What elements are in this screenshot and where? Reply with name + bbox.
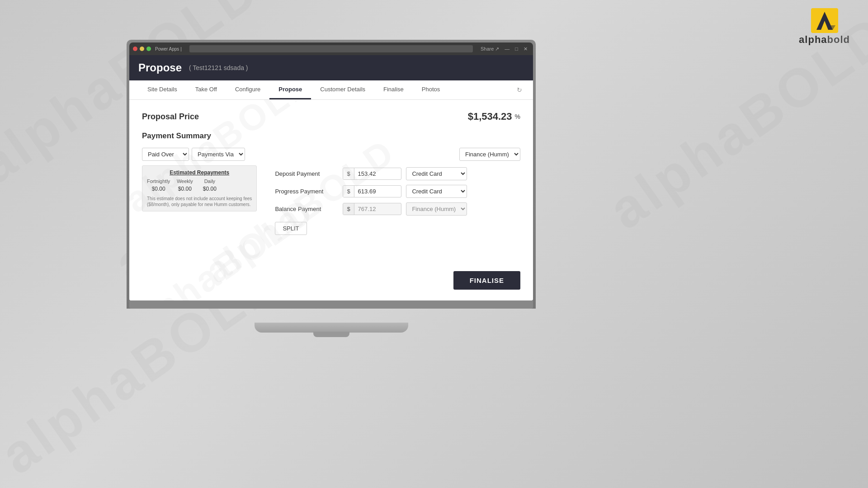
dropdown-row: Paid Over Paid In Full Payments Via Dire… (142, 148, 257, 161)
est-col-weekly: Weekly $0.00 (175, 178, 195, 192)
laptop-frame: Power Apps | Share ↗ — □ ✕ Propose ( Tes… (127, 40, 536, 309)
paid-over-select[interactable]: Paid Over Paid In Full (142, 148, 189, 161)
est-weekly-value: $0.00 (178, 186, 192, 192)
balance-amount-input (354, 203, 391, 215)
deposit-payment-row: Deposit Payment $ Credit Card Finance (H… (275, 167, 520, 180)
progress-amount-input[interactable] (354, 186, 391, 197)
est-col-daily: Daily $0.00 (199, 178, 220, 192)
left-panel: Paid Over Paid In Full Payments Via Dire… (142, 148, 257, 211)
browser-chrome: Power Apps | Share ↗ — □ ✕ (129, 42, 533, 55)
est-daily-value: $0.00 (203, 186, 217, 192)
est-fortnightly-header: Fortnightly (147, 178, 170, 184)
browser-dot-yellow (140, 47, 144, 51)
refresh-icon[interactable]: ↻ (517, 86, 522, 94)
proposal-price-title: Proposal Price (142, 112, 199, 122)
balance-payment-row: Balance Payment $ Finance (Humm) Credit … (275, 202, 520, 216)
app-window: Propose ( Test12121 sdsada ) Site Detail… (129, 55, 533, 300)
progress-payment-row: Progress Payment $ Credit Card Finance (… (275, 185, 520, 198)
payment-summary-section: Payment Summary Paid Over Paid In Full P… (142, 131, 520, 235)
finalise-button[interactable]: FINALISE (453, 271, 520, 290)
browser-maximize-btn[interactable]: □ (513, 46, 520, 52)
split-button[interactable]: SPLIT (275, 222, 307, 235)
laptop-bottom-bezel (129, 300, 533, 309)
balance-currency-symbol: $ (343, 203, 354, 215)
tab-site-details[interactable]: Site Details (138, 80, 186, 99)
progress-payment-amount: $ (343, 185, 401, 197)
browser-share-btn[interactable]: Share ↗ (479, 46, 501, 52)
payments-via-select[interactable]: Payments Via Direct Debit Credit Card (192, 148, 245, 161)
logo-area: alphabold (799, 8, 850, 46)
main-content: alphaBOLD alphaBOLD alphaBOLD Proposal P… (129, 100, 533, 300)
split-button-row: SPLIT (275, 222, 520, 235)
laptop-outer: Power Apps | Share ↗ — □ ✕ Propose ( Tes… (127, 40, 536, 315)
app-subtitle: ( Test12121 sdsada ) (189, 64, 248, 71)
browser-nav-buttons: Share ↗ — □ ✕ (479, 46, 529, 52)
estimated-repayments-cols: Fortnightly $0.00 Weekly $0.00 Daily (147, 178, 252, 192)
est-weekly-header: Weekly (177, 178, 193, 184)
app-header: Propose ( Test12121 sdsada ) (129, 55, 533, 80)
tab-take-off[interactable]: Take Off (186, 80, 226, 99)
browser-minimize-btn[interactable]: — (503, 46, 511, 52)
browser-dot-red (133, 47, 137, 51)
est-daily-header: Daily (204, 178, 215, 184)
progress-payment-label: Progress Payment (275, 188, 338, 195)
progress-currency-symbol: $ (343, 186, 354, 197)
payment-summary-title: Payment Summary (142, 131, 520, 141)
est-note: This estimate does not include account k… (147, 196, 252, 207)
est-fortnightly-value: $0.00 (152, 186, 165, 192)
app-title: Propose (138, 61, 182, 74)
tab-finalise[interactable]: Finalise (374, 80, 413, 99)
payment-summary-body: Paid Over Paid In Full Payments Via Dire… (142, 148, 520, 235)
tab-configure[interactable]: Configure (226, 80, 269, 99)
right-panel: Finance (Humm) Credit Card Direct Debit … (275, 148, 520, 235)
proposal-price-header: Proposal Price $1,534.23 % (142, 111, 520, 122)
balance-payment-label: Balance Payment (275, 206, 338, 212)
estimated-repayments-title: Estimated Repayments (147, 169, 252, 176)
progress-type-select[interactable]: Credit Card Finance (Humm) Direct Debit (406, 185, 467, 198)
browser-url-bar[interactable] (189, 45, 473, 52)
tab-photos[interactable]: Photos (413, 80, 449, 99)
browser-app-label: Power Apps | (153, 47, 184, 52)
estimated-repayments-box: Estimated Repayments Fortnightly $0.00 W… (142, 165, 257, 211)
nav-tabs: Site Details Take Off Configure Propose … (129, 80, 533, 100)
balance-payment-amount: $ (343, 203, 401, 215)
deposit-type-select[interactable]: Credit Card Finance (Humm) Direct Debit (406, 167, 467, 180)
finance-dropdown-row: Finance (Humm) Credit Card Direct Debit (275, 148, 520, 161)
tab-propose[interactable]: Propose (269, 80, 311, 99)
finance-humm-select[interactable]: Finance (Humm) Credit Card Direct Debit (459, 148, 520, 161)
logo-label: alphabold (799, 34, 850, 46)
balance-type-select[interactable]: Finance (Humm) Credit Card Direct Debit (406, 202, 467, 216)
finalise-row: FINALISE (142, 271, 520, 290)
proposal-price-percent: % (515, 113, 520, 120)
laptop-base (255, 323, 408, 333)
proposal-price-value-row: $1,534.23 % (468, 111, 520, 122)
deposit-payment-amount: $ (343, 168, 401, 180)
deposit-payment-label: Deposit Payment (275, 170, 338, 177)
deposit-amount-input[interactable] (354, 168, 391, 179)
tab-customer-details[interactable]: Customer Details (311, 80, 374, 99)
proposal-price-amount: $1,534.23 (468, 111, 512, 122)
alphabold-logo-icon (811, 8, 838, 33)
browser-dot-green (146, 47, 151, 51)
est-col-fortnightly: Fortnightly $0.00 (147, 178, 170, 192)
deposit-currency-symbol: $ (343, 168, 354, 179)
browser-close-btn[interactable]: ✕ (522, 46, 529, 52)
laptop-base-notch (313, 332, 349, 337)
